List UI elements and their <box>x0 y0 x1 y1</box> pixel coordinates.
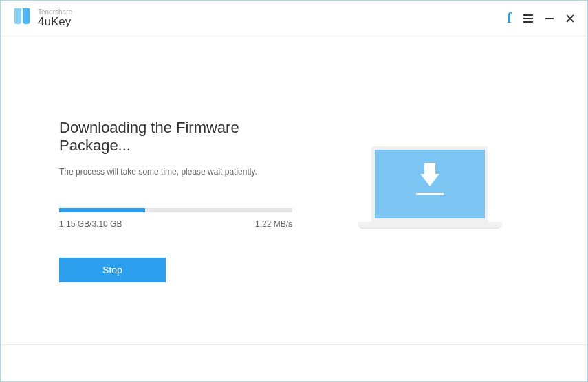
download-arrow-icon <box>420 174 439 186</box>
laptop-base <box>358 222 502 229</box>
progress-size: 1.15 GB/3.10 GB <box>59 219 122 229</box>
app-window: Tenorshare 4uKey f <box>0 0 588 382</box>
right-panel <box>292 119 546 344</box>
menu-icon[interactable] <box>523 14 534 23</box>
minimize-icon[interactable] <box>545 14 554 23</box>
header: Tenorshare 4uKey f <box>1 1 587 36</box>
page-title: Downloading the Firmware Package... <box>59 119 292 155</box>
page-subtitle: The process will take some time, please … <box>59 167 292 177</box>
progress-bar <box>59 208 292 212</box>
progress-fill <box>59 208 145 212</box>
progress-speed: 1.22 MB/s <box>255 219 292 229</box>
left-panel: Downloading the Firmware Package... The … <box>59 119 292 344</box>
close-icon[interactable] <box>565 14 575 23</box>
brand: Tenorshare 4uKey <box>13 7 72 30</box>
product-name: 4uKey <box>38 16 72 29</box>
laptop-illustration <box>358 146 502 243</box>
download-line <box>416 193 444 195</box>
progress-info: 1.15 GB/3.10 GB 1.22 MB/s <box>59 219 292 229</box>
laptop-screen <box>371 146 488 222</box>
content: Downloading the Firmware Package... The … <box>1 36 587 344</box>
facebook-icon[interactable]: f <box>507 10 512 26</box>
company-name: Tenorshare <box>38 8 72 16</box>
header-controls: f <box>507 10 575 26</box>
brand-text: Tenorshare 4uKey <box>38 8 72 29</box>
logo-icon <box>13 7 31 30</box>
stop-button[interactable]: Stop <box>59 258 166 282</box>
footer <box>1 344 587 381</box>
